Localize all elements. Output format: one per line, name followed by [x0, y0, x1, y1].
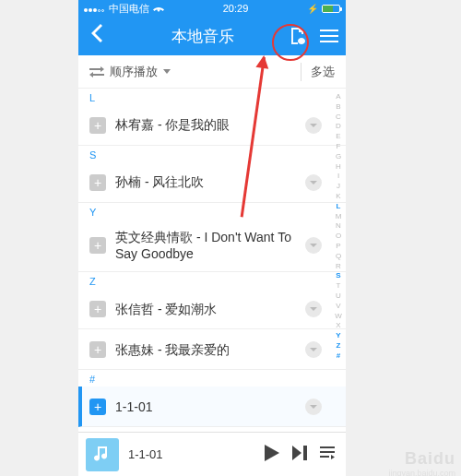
play-button[interactable]	[265, 445, 279, 465]
svg-rect-3	[320, 446, 335, 448]
add-icon[interactable]: +	[89, 117, 106, 134]
alpha-index[interactable]: ABCDEFGHIJKLMNOPQRSTUVWXYZ#	[333, 92, 344, 362]
alpha-index-letter[interactable]: A	[333, 92, 344, 102]
svg-rect-4	[320, 451, 335, 453]
signal-icon	[84, 3, 105, 14]
back-button[interactable]	[78, 24, 117, 48]
alpha-index-letter[interactable]: Q	[333, 252, 344, 262]
sub-toolbar: 顺序播放 多选	[78, 55, 346, 89]
song-title: 孙楠 - 风往北吹	[115, 173, 296, 190]
alpha-index-letter[interactable]: S	[333, 271, 344, 281]
next-button[interactable]	[292, 446, 307, 464]
multi-select-button[interactable]: 多选	[311, 64, 335, 80]
svg-rect-0	[320, 30, 338, 31]
section-header: Z	[78, 272, 346, 289]
alpha-index-letter[interactable]: M	[333, 212, 344, 222]
album-art[interactable]	[86, 438, 119, 471]
bolt-icon: ⚡	[307, 4, 318, 14]
song-row[interactable]: +张惠妹 - 我最亲爱的	[78, 329, 346, 370]
chevron-down-icon[interactable]	[305, 174, 322, 191]
add-icon[interactable]: +	[89, 237, 106, 254]
status-bar: 中国电信 20:29 ⚡	[78, 0, 346, 17]
chevron-down-icon[interactable]	[305, 341, 322, 358]
menu-button[interactable]	[320, 27, 338, 45]
play-mode-button[interactable]: 顺序播放	[89, 64, 171, 80]
song-row[interactable]: +1-1-01	[78, 387, 346, 427]
section-header: S	[78, 146, 346, 162]
alpha-index-letter[interactable]: G	[333, 152, 344, 162]
svg-rect-1	[320, 35, 338, 37]
alpha-index-letter[interactable]: #	[333, 351, 344, 362]
chevron-down-icon[interactable]	[305, 301, 322, 317]
svg-rect-2	[320, 41, 338, 42]
song-title: 1-1-01	[115, 399, 296, 415]
song-list[interactable]: L+林宥嘉 - 你是我的眼S+孙楠 - 风往北吹Y+英文经典情歌 - I Don…	[78, 89, 346, 430]
alpha-index-letter[interactable]: Y	[333, 331, 344, 341]
svg-rect-5	[320, 456, 329, 458]
section-header: #	[78, 370, 346, 387]
nav-bar: 本地音乐	[78, 17, 346, 55]
phone-frame: 中国电信 20:29 ⚡ 本地音乐 顺序播放	[78, 0, 346, 476]
alpha-index-letter[interactable]: R	[333, 262, 344, 272]
alpha-index-letter[interactable]: F	[333, 142, 344, 152]
song-row[interactable]: +孙楠 - 风往北吹	[78, 162, 346, 203]
page-title: 本地音乐	[117, 26, 289, 47]
alpha-index-letter[interactable]: H	[333, 162, 344, 173]
song-row[interactable]: +张信哲 - 爱如潮水	[78, 289, 346, 329]
song-title: 英文经典情歌 - I Don't Want To Say Goodbye	[115, 229, 296, 262]
now-playing-title[interactable]: 1-1-01	[128, 447, 255, 461]
chevron-down-icon[interactable]	[305, 117, 322, 134]
song-title: 林宥嘉 - 你是我的眼	[115, 116, 296, 133]
add-icon[interactable]: +	[89, 174, 106, 191]
alpha-index-letter[interactable]: I	[333, 172, 344, 182]
scan-music-button[interactable]	[289, 27, 307, 45]
watermark-sub: jingyan.baidu.com	[388, 469, 455, 476]
chevron-down-icon[interactable]	[305, 399, 322, 415]
section-header: L	[78, 89, 346, 105]
add-icon[interactable]: +	[89, 301, 106, 317]
alpha-index-letter[interactable]: X	[333, 321, 344, 331]
watermark: Baidu	[405, 449, 455, 469]
chevron-down-icon[interactable]	[305, 237, 322, 254]
song-title: 张惠妹 - 我最亲爱的	[115, 341, 296, 358]
add-icon[interactable]: +	[89, 341, 106, 358]
alpha-index-letter[interactable]: W	[333, 312, 344, 322]
alpha-index-letter[interactable]: Z	[333, 341, 344, 351]
clock: 20:29	[223, 3, 249, 14]
alpha-index-letter[interactable]: T	[333, 281, 344, 292]
alpha-index-letter[interactable]: L	[333, 202, 344, 212]
alpha-index-letter[interactable]: N	[333, 221, 344, 232]
alpha-index-letter[interactable]: E	[333, 132, 344, 142]
alpha-index-letter[interactable]: O	[333, 232, 344, 242]
battery-icon	[322, 5, 340, 13]
section-header: Y	[78, 203, 346, 220]
song-row[interactable]: +林宥嘉 - 你是我的眼	[78, 105, 346, 146]
alpha-index-letter[interactable]: U	[333, 292, 344, 302]
divider	[301, 63, 301, 81]
alpha-index-letter[interactable]: V	[333, 302, 344, 312]
alpha-index-letter[interactable]: B	[333, 102, 344, 113]
playlist-button[interactable]	[320, 446, 335, 463]
add-icon[interactable]: +	[89, 399, 106, 415]
alpha-index-letter[interactable]: P	[333, 242, 344, 252]
alpha-index-letter[interactable]: C	[333, 113, 344, 123]
alpha-index-letter[interactable]: D	[333, 122, 344, 132]
player-bar: 1-1-01	[78, 432, 346, 476]
alpha-index-letter[interactable]: K	[333, 192, 344, 202]
alpha-index-letter[interactable]: J	[333, 182, 344, 192]
song-title: 张信哲 - 爱如潮水	[115, 301, 296, 317]
carrier-label: 中国电信	[109, 2, 149, 16]
wifi-icon	[153, 3, 164, 14]
song-row[interactable]: +英文经典情歌 - I Don't Want To Say Goodbye	[78, 220, 346, 272]
